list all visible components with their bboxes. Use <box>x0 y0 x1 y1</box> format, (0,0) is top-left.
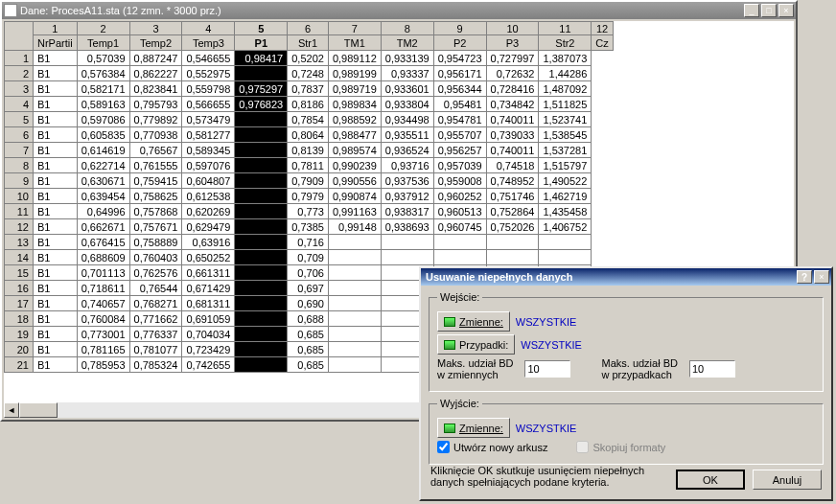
cell[interactable]: B1 <box>34 81 78 97</box>
cell[interactable]: 0,576384 <box>77 66 129 81</box>
cell[interactable]: 0,776337 <box>129 327 182 342</box>
col-name-header[interactable]: TM1 <box>328 35 381 51</box>
cell[interactable]: 0,991163 <box>328 204 381 219</box>
cell[interactable] <box>381 235 433 250</box>
row-header[interactable]: 19 <box>5 327 34 342</box>
close-button[interactable]: × <box>778 4 794 17</box>
cases-button[interactable]: Przypadki: <box>437 334 515 355</box>
cell[interactable]: 0,8139 <box>288 143 329 158</box>
cell[interactable]: 0,728416 <box>486 81 539 97</box>
cell[interactable]: 0,691059 <box>182 311 235 327</box>
cell[interactable]: B1 <box>34 219 78 235</box>
cell[interactable]: 0,620269 <box>182 204 235 219</box>
table-row[interactable]: 2B10,5763840,8622270,5529750,72480,98919… <box>5 66 614 81</box>
table-row[interactable]: 10B10,6394540,7586250,6125380,79790,9908… <box>5 189 614 204</box>
cell[interactable]: 0,64996 <box>77 204 129 219</box>
cell[interactable]: 0,597086 <box>77 112 129 127</box>
cell[interactable]: 1,515797 <box>539 158 592 173</box>
table-row[interactable]: 7B10,6146190,765670,5893450,81390,989574… <box>5 143 614 158</box>
cell[interactable]: 0,8186 <box>288 97 329 112</box>
cell[interactable]: 0,989199 <box>328 66 381 81</box>
cell[interactable]: 0,751746 <box>486 189 539 204</box>
cell[interactable]: 0,758625 <box>129 189 182 204</box>
cell[interactable]: 0,7385 <box>288 219 329 235</box>
col-name-header[interactable]: Str1 <box>288 35 329 51</box>
cell[interactable]: 0,960745 <box>433 219 486 235</box>
minimize-button[interactable]: _ <box>744 4 759 17</box>
table-row[interactable]: 13B10,6764150,7588890,639160,716 <box>5 235 614 250</box>
cell[interactable]: 0,956171 <box>433 66 486 81</box>
col-num-header[interactable]: 10 <box>486 22 539 35</box>
cell[interactable] <box>433 235 486 250</box>
cell[interactable]: 0,676415 <box>77 235 129 250</box>
table-row[interactable]: 6B10,6058350,7709380,5812770,80640,98847… <box>5 127 614 143</box>
cell[interactable]: B1 <box>34 281 78 296</box>
cell[interactable]: 0,988592 <box>328 112 381 127</box>
cell[interactable] <box>486 235 539 250</box>
cell[interactable]: 0,7909 <box>288 173 329 189</box>
cell[interactable]: 0,76544 <box>129 281 182 296</box>
cell[interactable]: 0,759415 <box>129 173 182 189</box>
row-header[interactable]: 13 <box>5 235 34 250</box>
cell[interactable]: 0,639454 <box>77 189 129 204</box>
cell[interactable] <box>235 235 288 250</box>
cell[interactable]: 0,614619 <box>77 143 129 158</box>
cell[interactable] <box>235 357 288 373</box>
cell[interactable]: 0,990874 <box>328 189 381 204</box>
cell[interactable] <box>235 204 288 219</box>
cell[interactable]: 1,387073 <box>539 51 592 66</box>
table-row[interactable]: 11B10,649960,7578680,6202690,7730,991163… <box>5 204 614 219</box>
cell[interactable]: 0,862227 <box>129 66 182 81</box>
col-num-header[interactable]: 7 <box>328 22 381 35</box>
cell[interactable] <box>235 158 288 173</box>
cell[interactable]: 0,933601 <box>381 81 433 97</box>
cell[interactable]: B1 <box>34 311 78 327</box>
cell[interactable] <box>539 250 592 265</box>
cell[interactable]: 0,8064 <box>288 127 329 143</box>
cell[interactable]: 0,761555 <box>129 158 182 173</box>
max-bd-vars-input[interactable] <box>524 360 570 378</box>
cell[interactable]: B1 <box>34 204 78 219</box>
col-name-header[interactable]: P1 <box>235 35 288 51</box>
cell[interactable]: 0,960252 <box>433 189 486 204</box>
cell[interactable]: B1 <box>34 265 78 281</box>
col-num-header[interactable]: 9 <box>433 22 486 35</box>
cell[interactable]: 0,662671 <box>77 219 129 235</box>
cell[interactable]: 0,671429 <box>182 281 235 296</box>
row-header[interactable]: 14 <box>5 250 34 265</box>
cell[interactable]: B1 <box>34 112 78 127</box>
cell[interactable]: B1 <box>34 342 78 357</box>
cell[interactable]: 0,990239 <box>328 158 381 173</box>
cancel-button[interactable]: Anuluj <box>753 470 822 490</box>
cell[interactable]: 0,706 <box>288 265 329 281</box>
col-num-header[interactable]: 11 <box>539 22 592 35</box>
cell[interactable]: 0,57039 <box>77 51 129 66</box>
cell[interactable]: 1,487092 <box>539 81 592 97</box>
cell[interactable]: B1 <box>34 327 78 342</box>
cell[interactable]: 0,935511 <box>381 127 433 143</box>
cell[interactable]: 0,629479 <box>182 219 235 235</box>
help-button[interactable]: ? <box>797 270 812 284</box>
cell[interactable]: 0,7248 <box>288 66 329 81</box>
cell[interactable]: 0,959008 <box>433 173 486 189</box>
cell[interactable] <box>235 281 288 296</box>
maximize-button[interactable]: □ <box>761 4 777 17</box>
cell[interactable] <box>381 250 433 265</box>
col-num-header[interactable]: 6 <box>288 22 329 35</box>
cell[interactable]: 0,768271 <box>129 296 182 311</box>
row-header[interactable]: 7 <box>5 143 34 158</box>
cell[interactable]: 0,955707 <box>433 127 486 143</box>
row-header[interactable]: 16 <box>5 281 34 296</box>
cell[interactable]: 0,661311 <box>182 265 235 281</box>
row-header[interactable]: 1 <box>5 51 34 66</box>
cell[interactable]: 0,718611 <box>77 281 129 296</box>
cell[interactable]: 0,7979 <box>288 189 329 204</box>
cell[interactable]: 0,630671 <box>77 173 129 189</box>
cell[interactable] <box>328 311 381 327</box>
cell[interactable]: 0,771662 <box>129 311 182 327</box>
cell[interactable]: 0,957039 <box>433 158 486 173</box>
row-header[interactable]: 21 <box>5 357 34 373</box>
cell[interactable] <box>328 327 381 342</box>
col-name-header[interactable]: P2 <box>433 35 486 51</box>
cell[interactable]: 0,727997 <box>486 51 539 66</box>
